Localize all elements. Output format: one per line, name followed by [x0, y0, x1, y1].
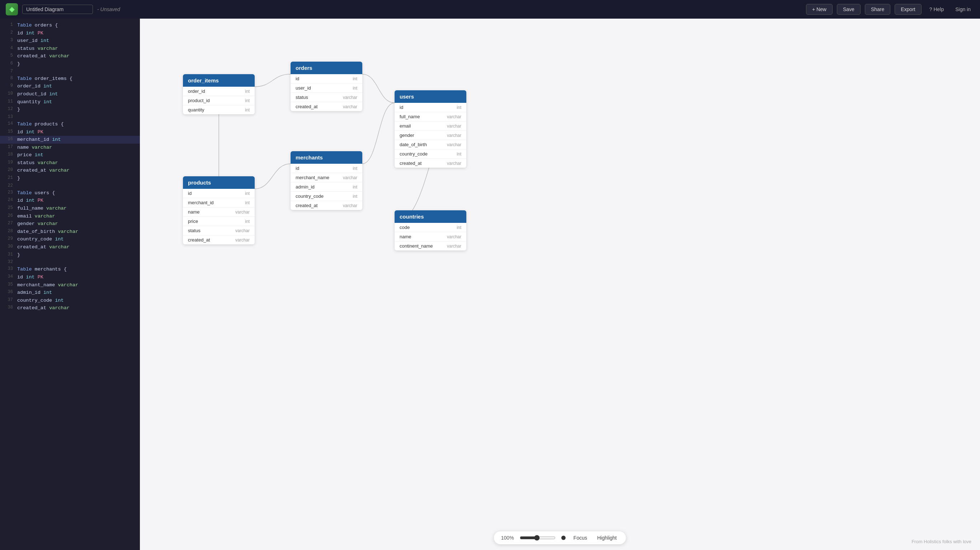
col-name: date_of_birth: [399, 142, 427, 147]
save-button[interactable]: Save: [837, 4, 861, 15]
col-name: country_code: [399, 151, 428, 157]
code-line: 18 price int: [0, 151, 140, 159]
table-row: idint: [183, 189, 255, 198]
col-name: email: [399, 123, 411, 128]
col-name: full_name: [399, 114, 420, 119]
code-line: 6}: [0, 60, 140, 68]
table-row: created_atvarchar: [291, 102, 362, 111]
code-line: 5 created_at varchar: [0, 52, 140, 60]
col-type: int: [353, 166, 357, 171]
share-button[interactable]: Share: [865, 4, 890, 15]
col-type: int: [457, 225, 461, 230]
col-name: name: [188, 209, 200, 215]
help-button[interactable]: ? Help: [926, 4, 947, 14]
col-type: varchar: [343, 175, 357, 180]
code-line: 2 id int PK: [0, 29, 140, 37]
table-row: created_atvarchar: [291, 201, 362, 210]
code-line: 34 id int PK: [0, 273, 140, 281]
table-header-users: users: [395, 90, 466, 103]
col-type: varchar: [447, 235, 461, 239]
code-line: 35 merchant_name varchar: [0, 281, 140, 289]
table-row: gendervarchar: [395, 131, 466, 140]
focus-button[interactable]: Focus: [571, 534, 589, 541]
table-row: merchant_namevarchar: [291, 173, 362, 182]
table-row: idint: [395, 103, 466, 112]
col-name: product_id: [188, 98, 210, 103]
col-name: quantity: [188, 107, 204, 113]
code-line: 3 user_id int: [0, 37, 140, 45]
table-merchants[interactable]: merchantsidintmerchant_namevarcharadmin_…: [291, 151, 362, 210]
export-button[interactable]: Export: [895, 4, 921, 15]
col-name: admin_id: [296, 184, 315, 190]
col-name: id: [296, 166, 299, 171]
signin-button[interactable]: Sign in: [952, 4, 974, 14]
main-area: 1Table orders {2 id int PK3 user_id int4…: [0, 19, 980, 550]
col-type: varchar: [235, 209, 250, 215]
code-line: 16 merchant_id int: [0, 136, 140, 144]
col-type: int: [245, 219, 250, 224]
col-name: merchant_name: [296, 175, 329, 180]
col-name: continent_name: [399, 243, 433, 249]
code-line: 21}: [0, 174, 140, 182]
col-name: status: [296, 95, 308, 100]
col-type: varchar: [447, 244, 461, 249]
code-line: 31}: [0, 251, 140, 259]
table-row: date_of_birthvarchar: [395, 140, 466, 149]
code-line: 22: [0, 182, 140, 189]
table-row: country_codeint: [291, 192, 362, 201]
col-type: varchar: [447, 124, 461, 128]
table-row: continent_namevarchar: [395, 241, 466, 250]
code-line: 17 name varchar: [0, 144, 140, 152]
code-line: 11 quantity int: [0, 98, 140, 106]
diagram-title-input[interactable]: [22, 5, 93, 14]
new-button[interactable]: + New: [806, 4, 832, 15]
col-type: int: [353, 76, 357, 81]
zoom-slider[interactable]: [520, 535, 556, 540]
col-name: id: [188, 191, 192, 196]
col-type: int: [353, 184, 357, 190]
table-row: created_atvarchar: [395, 159, 466, 168]
code-line: 38 created_at varchar: [0, 304, 140, 312]
table-countries[interactable]: countriescodeintnamevarcharcontinent_nam…: [395, 210, 466, 250]
col-name: country_code: [296, 193, 323, 199]
table-row: admin_idint: [291, 182, 362, 192]
table-row: user_idint: [291, 84, 362, 93]
table-row: country_codeint: [395, 149, 466, 159]
table-header-products: products: [183, 176, 255, 189]
table-users[interactable]: usersidintfull_namevarcharemailvarcharge…: [395, 90, 466, 168]
col-name: name: [399, 234, 412, 239]
table-products[interactable]: productsidintmerchant_idintnamevarcharpr…: [183, 176, 255, 244]
code-line: 27 gender varchar: [0, 220, 140, 228]
col-name: created_at: [399, 160, 422, 166]
unsaved-label: - Unsaved: [97, 6, 120, 12]
code-line: 12}: [0, 106, 140, 114]
col-type: int: [457, 105, 461, 110]
code-line: 8Table order_items {: [0, 75, 140, 83]
table-row: namevarchar: [395, 232, 466, 241]
diagram-canvas[interactable]: 100% Focus Highlight From Holistics folk…: [140, 19, 980, 550]
code-line: 29 country_code int: [0, 235, 140, 243]
code-line: 28 date_of_birth varchar: [0, 228, 140, 236]
table-orders[interactable]: ordersidintuser_idintstatusvarcharcreate…: [291, 62, 362, 111]
col-type: int: [245, 191, 250, 196]
col-name: id: [399, 105, 403, 110]
table-row: product_idint: [183, 96, 255, 105]
col-type: int: [457, 152, 461, 157]
col-type: varchar: [235, 238, 250, 243]
highlight-button[interactable]: Highlight: [595, 534, 619, 541]
code-line: 19 status varchar: [0, 159, 140, 167]
table-order_items[interactable]: order_itemsorder_idintproduct_idintquant…: [183, 74, 255, 114]
table-row: statusvarchar: [183, 226, 255, 235]
table-header-countries: countries: [395, 210, 466, 223]
table-row: order_idint: [183, 87, 255, 96]
col-type: varchar: [343, 95, 357, 100]
col-name: price: [188, 219, 198, 224]
code-line: 1Table orders {: [0, 22, 140, 29]
table-row: idint: [291, 74, 362, 84]
table-row: full_namevarchar: [395, 112, 466, 122]
table-header-orders: orders: [291, 62, 362, 74]
code-panel[interactable]: 1Table orders {2 id int PK3 user_id int4…: [0, 19, 140, 550]
code-line: 37 country_code int: [0, 297, 140, 304]
topbar: ◈ - Unsaved + New Save Share Export ? He…: [0, 0, 980, 19]
code-line: 36 admin_id int: [0, 289, 140, 297]
